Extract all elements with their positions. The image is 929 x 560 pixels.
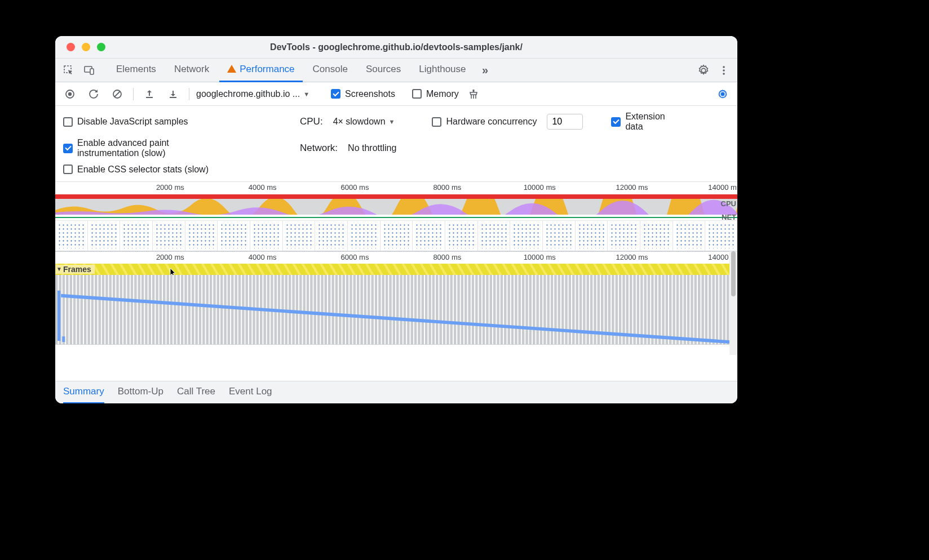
filmstrip-thumb[interactable] <box>413 221 445 251</box>
filmstrip-thumb[interactable] <box>640 221 673 251</box>
flame-scrollbar[interactable] <box>729 251 737 355</box>
svg-rect-36 <box>123 275 126 344</box>
filmstrip-thumb[interactable] <box>283 221 316 251</box>
tab-network[interactable]: Network <box>166 59 217 82</box>
filmstrip-thumb[interactable] <box>250 221 283 251</box>
filmstrip-thumb[interactable] <box>88 221 121 251</box>
clear-button[interactable] <box>108 85 126 103</box>
filmstrip-thumb[interactable] <box>185 221 218 251</box>
recording-select[interactable]: googlechrome.github.io ... ▼ <box>196 89 309 99</box>
scrollbar-thumb[interactable] <box>731 251 736 296</box>
svg-rect-202 <box>719 275 722 344</box>
svg-point-4 <box>723 69 725 72</box>
filmstrip-thumb[interactable] <box>218 221 250 251</box>
css-selector-stats-checkbox[interactable]: Enable CSS selector stats (slow) <box>63 165 209 175</box>
disable-js-samples-checkbox[interactable]: Disable JavaScript samples <box>63 117 188 127</box>
upload-profile-button[interactable] <box>140 85 158 103</box>
frames-track-header[interactable]: ▼ Frames 8.3 ms Frame <box>55 264 737 275</box>
advanced-paint-checkbox[interactable]: Enable advanced paintinstrumentation (sl… <box>63 138 169 159</box>
filmstrip-thumb[interactable] <box>673 221 706 251</box>
svg-rect-33 <box>113 275 115 344</box>
warning-icon <box>227 65 236 73</box>
zoom-window-button[interactable] <box>97 43 105 51</box>
svg-rect-149 <box>529 275 532 344</box>
more-tabs-button[interactable]: » <box>476 61 494 79</box>
close-window-button[interactable] <box>67 43 75 51</box>
screenshots-checkbox[interactable]: Screenshots <box>331 89 395 99</box>
hardware-concurrency-input[interactable] <box>547 114 583 130</box>
filmstrip-thumb[interactable] <box>445 221 478 251</box>
memory-checkbox[interactable]: Memory <box>412 89 459 99</box>
svg-rect-42 <box>145 275 147 344</box>
record-button[interactable] <box>61 85 79 103</box>
kebab-menu-icon[interactable] <box>715 61 733 79</box>
svg-rect-193 <box>687 275 689 344</box>
dtab-call-tree[interactable]: Call Tree <box>177 381 215 404</box>
dtab-summary[interactable]: Summary <box>63 381 104 404</box>
svg-rect-35 <box>120 275 122 344</box>
tab-lighthouse[interactable]: Lighthouse <box>411 59 474 82</box>
long-task-bar <box>55 194 737 199</box>
cpu-overview-label: CPU <box>721 199 736 208</box>
svg-rect-106 <box>375 275 377 344</box>
overview-ruler[interactable]: 2000 ms4000 ms6000 ms8000 ms10000 ms1200… <box>55 182 737 194</box>
hardware-concurrency-checkbox[interactable]: Hardware concurrency <box>432 117 537 127</box>
svg-rect-139 <box>493 275 496 344</box>
download-profile-button[interactable] <box>164 85 182 103</box>
minimize-window-button[interactable] <box>82 43 90 51</box>
cpu-throttle-select[interactable]: 4× slowdown ▼ <box>333 117 395 127</box>
svg-rect-136 <box>483 275 485 344</box>
disclosure-triangle-icon[interactable]: ▼ <box>56 266 62 272</box>
tab-console[interactable]: Console <box>305 59 356 82</box>
dtab-bottom-up[interactable]: Bottom-Up <box>118 381 163 404</box>
reload-record-button[interactable] <box>85 85 103 103</box>
tab-elements[interactable]: Elements <box>108 59 164 82</box>
tab-performance[interactable]: Performance <box>219 59 302 82</box>
svg-rect-179 <box>637 275 639 344</box>
filmstrip-thumb[interactable] <box>576 221 608 251</box>
inspect-element-icon[interactable] <box>60 61 78 79</box>
svg-rect-103 <box>364 275 366 344</box>
filmstrip-thumb[interactable] <box>381 221 413 251</box>
svg-rect-132 <box>468 275 470 344</box>
filmstrip-thumb[interactable] <box>153 221 185 251</box>
frames-bars[interactable] <box>55 275 737 345</box>
timeline-overview[interactable]: 2000 ms4000 ms6000 ms8000 ms10000 ms1200… <box>55 182 737 251</box>
filmstrip-thumb[interactable] <box>510 221 543 251</box>
filmstrip-thumb[interactable] <box>543 221 576 251</box>
svg-rect-58 <box>202 275 205 344</box>
svg-rect-54 <box>188 275 191 344</box>
collect-garbage-icon[interactable] <box>465 85 483 103</box>
filmstrip-thumb[interactable] <box>55 221 88 251</box>
svg-rect-91 <box>321 275 323 344</box>
filmstrip-thumb[interactable] <box>705 221 737 251</box>
extension-data-checkbox[interactable]: Extensiondata <box>611 112 665 132</box>
screenshot-filmstrip[interactable] <box>55 220 737 251</box>
capture-settings-icon[interactable] <box>714 85 732 103</box>
svg-rect-148 <box>525 275 528 344</box>
flamechart-pane[interactable]: 2000 ms4000 ms6000 ms8000 ms10000 ms1200… <box>55 251 737 345</box>
svg-rect-141 <box>501 275 503 344</box>
filmstrip-thumb[interactable] <box>120 221 153 251</box>
svg-rect-163 <box>579 275 582 344</box>
settings-icon[interactable] <box>694 61 713 79</box>
svg-rect-145 <box>515 275 517 344</box>
filmstrip-thumb[interactable] <box>315 221 348 251</box>
dtab-event-log[interactable]: Event Log <box>229 381 272 404</box>
svg-rect-56 <box>195 275 197 344</box>
svg-rect-92 <box>325 275 327 344</box>
filmstrip-thumb[interactable] <box>608 221 640 251</box>
tab-sources[interactable]: Sources <box>358 59 409 82</box>
filmstrip-thumb[interactable] <box>478 221 511 251</box>
network-throttle-select[interactable]: No throttling <box>348 143 396 153</box>
device-toolbar-icon[interactable] <box>80 61 98 79</box>
svg-rect-66 <box>231 275 233 344</box>
svg-rect-159 <box>565 275 567 344</box>
ruler-tick: 12000 ms <box>616 253 648 261</box>
filmstrip-thumb[interactable] <box>348 221 381 251</box>
svg-rect-197 <box>701 275 704 344</box>
svg-rect-142 <box>504 275 506 344</box>
svg-rect-115 <box>407 275 409 344</box>
checkbox-icon <box>432 117 441 127</box>
flame-ruler[interactable]: 2000 ms4000 ms6000 ms8000 ms10000 ms1200… <box>55 251 737 264</box>
